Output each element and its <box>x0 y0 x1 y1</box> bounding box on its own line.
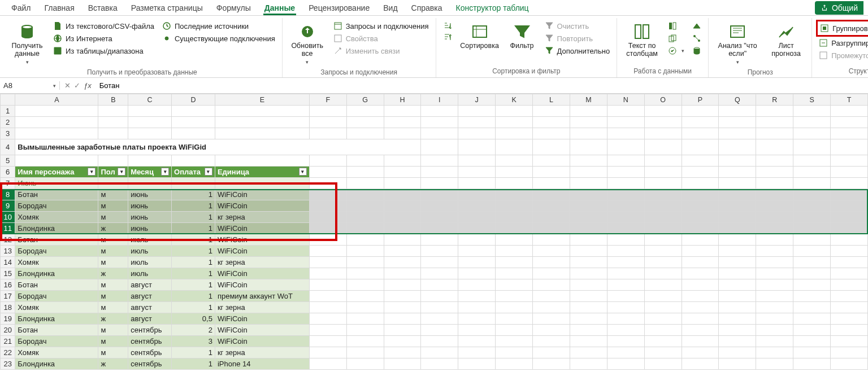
cell-C22[interactable]: сентябрь <box>128 347 172 358</box>
row-header-21[interactable]: 21 <box>1 336 15 347</box>
cell-C3[interactable] <box>128 128 172 139</box>
clear-filter-button[interactable]: Очистить <box>542 20 613 32</box>
cell-H18[interactable] <box>384 302 421 313</box>
cell-S14[interactable] <box>793 257 831 268</box>
cell-K21[interactable] <box>496 336 533 347</box>
row-18[interactable]: 18Хомякмавгуст1кг зерна <box>1 302 868 313</box>
cell-M5[interactable] <box>570 155 607 167</box>
cell-F19[interactable] <box>309 313 346 325</box>
cell-C11[interactable]: июнь <box>128 223 172 234</box>
cell-B10[interactable]: м <box>98 212 128 223</box>
cell-F2[interactable] <box>309 117 346 128</box>
cell-B9[interactable]: м <box>98 200 128 212</box>
cell-T1[interactable] <box>831 106 868 117</box>
cell-L6[interactable] <box>533 167 570 178</box>
cell-F13[interactable] <box>309 246 346 257</box>
cell-D10[interactable]: 1 <box>172 212 215 223</box>
cell-K19[interactable] <box>496 313 533 325</box>
cell-Q9[interactable] <box>719 200 756 212</box>
cell-B2[interactable] <box>98 117 128 128</box>
cell-J20[interactable] <box>458 325 496 336</box>
cell-D2[interactable] <box>172 117 215 128</box>
row-2[interactable]: 2 <box>1 117 868 128</box>
cell-N2[interactable] <box>607 117 644 128</box>
cell-N21[interactable] <box>607 336 644 347</box>
cell-I11[interactable] <box>421 223 458 234</box>
cell-C16[interactable]: август <box>128 279 172 291</box>
cell-S16[interactable] <box>793 279 831 291</box>
cell-F21[interactable] <box>309 336 346 347</box>
cell-B23[interactable]: ж <box>98 358 128 370</box>
cell-Q8[interactable] <box>719 189 756 200</box>
cell-D11[interactable]: 1 <box>172 223 215 234</box>
cell-G15[interactable] <box>346 268 384 279</box>
cell-G3[interactable] <box>346 128 384 139</box>
cell-H15[interactable] <box>384 268 421 279</box>
cell-G6[interactable] <box>346 167 384 178</box>
cell-H6[interactable] <box>384 167 421 178</box>
cell-G11[interactable] <box>346 223 384 234</box>
col-header-Q[interactable]: Q <box>719 94 756 106</box>
cell-D21[interactable]: 3 <box>172 336 215 347</box>
cell-L17[interactable] <box>533 291 570 302</box>
cell-T19[interactable] <box>831 313 868 325</box>
cell-L22[interactable] <box>533 347 570 358</box>
text-to-columns-button[interactable]: Текст по столбцам <box>622 20 662 60</box>
properties-button[interactable]: Свойства <box>331 33 431 44</box>
cell-K22[interactable] <box>496 347 533 358</box>
cell-R13[interactable] <box>756 246 793 257</box>
cell-T7[interactable] <box>831 178 868 189</box>
cell-P19[interactable] <box>682 313 719 325</box>
cell-T11[interactable] <box>831 223 868 234</box>
cell-M19[interactable] <box>570 313 607 325</box>
row-header-15[interactable]: 15 <box>1 268 15 279</box>
cell-C19[interactable]: август <box>128 313 172 325</box>
cell-N1[interactable] <box>607 106 644 117</box>
cell-G18[interactable] <box>346 302 384 313</box>
cell-J14[interactable] <box>458 257 496 268</box>
cell-S9[interactable] <box>793 200 831 212</box>
cell-G20[interactable] <box>346 325 384 336</box>
cell-B3[interactable] <box>98 128 128 139</box>
fx-icon[interactable]: ƒx <box>84 81 92 90</box>
cell-D14[interactable]: 1 <box>172 257 215 268</box>
cell-D7[interactable] <box>172 178 215 189</box>
cell-I8[interactable] <box>421 189 458 200</box>
row-header-23[interactable]: 23 <box>1 358 15 370</box>
cell-H10[interactable] <box>384 212 421 223</box>
cell-D5[interactable] <box>172 155 215 167</box>
from-text-csv-button[interactable]: Из текстового/CSV-файла <box>51 20 157 32</box>
cell-E23[interactable]: iPhone 14 <box>215 358 309 370</box>
tab-table-design[interactable]: Конструктор таблиц <box>449 1 535 15</box>
cell-A14[interactable]: Хомяк <box>15 257 98 268</box>
cell-T16[interactable] <box>831 279 868 291</box>
cell-N12[interactable] <box>607 234 644 246</box>
cell-G14[interactable] <box>346 257 384 268</box>
cell-A10[interactable]: Хомяк <box>15 212 98 223</box>
cell-J21[interactable] <box>458 336 496 347</box>
cell-G22[interactable] <box>346 347 384 358</box>
cell-C18[interactable]: август <box>128 302 172 313</box>
cell-C15[interactable]: июль <box>128 268 172 279</box>
cell-T15[interactable] <box>831 268 868 279</box>
cell-L12[interactable] <box>533 234 570 246</box>
cell-K12[interactable] <box>496 234 533 246</box>
cell-F7[interactable] <box>309 178 346 189</box>
cell-A13[interactable]: Бородач <box>15 246 98 257</box>
cell-N8[interactable] <box>607 189 644 200</box>
cell-H13[interactable] <box>384 246 421 257</box>
cell-F18[interactable] <box>309 302 346 313</box>
cell-S23[interactable] <box>793 358 831 370</box>
cell-R16[interactable] <box>756 279 793 291</box>
cell-O16[interactable] <box>644 279 682 291</box>
row-4[interactable]: 4Вымышленные заработные платы проекта Wi… <box>1 139 868 155</box>
cell-B13[interactable]: м <box>98 246 128 257</box>
spreadsheet-grid[interactable]: ABCDEFGHIJKLMNOPQRST 1234Вымышленные зар… <box>0 94 868 370</box>
cell-O12[interactable] <box>644 234 682 246</box>
cell-B7[interactable] <box>98 178 128 189</box>
cell-T14[interactable] <box>831 257 868 268</box>
cell-N6[interactable] <box>607 167 644 178</box>
cell-E19[interactable]: WiFiCoin <box>215 313 309 325</box>
cell-B6[interactable]: Пол▾ <box>98 167 128 178</box>
cell-I22[interactable] <box>421 347 458 358</box>
